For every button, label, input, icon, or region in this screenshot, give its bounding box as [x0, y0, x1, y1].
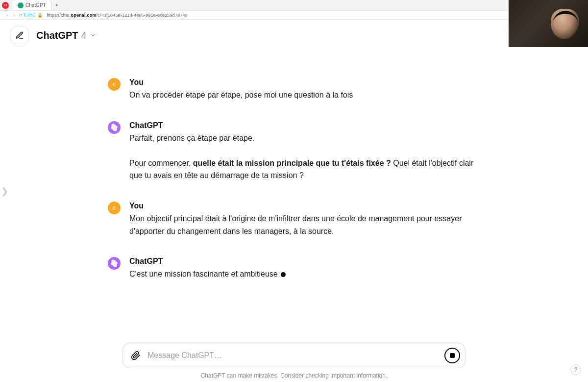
disclaimer-text: ChatGPT can make mistakes. Consider chec… [201, 372, 388, 379]
message-text: Mon objectif principal était à l'origine… [129, 212, 480, 237]
openai-icon [110, 124, 118, 131]
model-name: ChatGPT [36, 30, 78, 41]
openai-icon [110, 259, 118, 267]
chevron-down-icon [90, 30, 97, 41]
message-input[interactable] [144, 351, 444, 360]
model-selector[interactable]: ChatGPT 4 [36, 30, 97, 41]
message-user: c You Mon objectif principal était à l'o… [108, 202, 480, 237]
message-user: c You On va procéder étape par étape, po… [108, 78, 480, 102]
assistant-avatar [108, 257, 121, 270]
message-assistant: ChatGPT Parfait, prenons ça étape par ét… [108, 121, 480, 182]
typing-cursor-icon [281, 272, 286, 277]
model-version: 4 [81, 30, 87, 41]
sidebar-toggle[interactable]: ❯ [2, 185, 7, 197]
stop-button[interactable] [444, 348, 460, 363]
back-button[interactable]: ‹ [4, 13, 11, 18]
sender-label: You [129, 78, 480, 87]
app-header: ChatGPT 4 [0, 20, 588, 51]
url-text[interactable]: https://chat.openai.com/c/43f1045e-121d-… [47, 13, 188, 18]
new-tab-button[interactable]: + [51, 2, 62, 8]
user-avatar: c [108, 78, 121, 91]
opera-logo: O [2, 2, 9, 9]
message-text: Parfait, prenons ça étape par étape. Pou… [129, 132, 480, 182]
paperclip-icon [131, 351, 141, 360]
message-assistant: ChatGPT C'est une mission fascinante et … [108, 257, 480, 280]
sender-label: You [129, 202, 480, 210]
composer-area: ChatGPT can make mistakes. Consider chec… [0, 343, 588, 382]
browser-address-bar: ‹ › ⟳ VPN 🔒 https://chat.openai.com/c/43… [0, 11, 588, 20]
help-button[interactable]: ? [570, 364, 581, 375]
compose-icon [15, 31, 24, 40]
reload-button[interactable]: ⟳ [18, 13, 24, 18]
webcam-overlay [509, 0, 588, 47]
browser-tab[interactable]: ChatGPT [13, 0, 51, 10]
stop-icon [450, 353, 455, 358]
forward-button[interactable]: › [11, 13, 18, 18]
tab-favicon [18, 2, 24, 8]
lock-icon: 🔒 [37, 13, 43, 18]
composer [122, 343, 466, 368]
browser-tab-strip: O ChatGPT + [0, 0, 588, 11]
assistant-avatar [108, 121, 121, 134]
message-text: C'est une mission fascinante et ambitieu… [129, 268, 480, 280]
new-chat-button[interactable] [11, 26, 28, 44]
message-text: On va procéder étape par étape, pose moi… [129, 89, 480, 102]
sender-label: ChatGPT [129, 121, 480, 130]
attach-button[interactable] [128, 348, 144, 363]
conversation: c You On va procéder étape par étape, po… [98, 51, 490, 280]
tab-title: ChatGPT [25, 2, 46, 8]
vpn-badge[interactable]: VPN [24, 13, 35, 17]
sender-label: ChatGPT [129, 257, 480, 266]
user-avatar: c [108, 202, 121, 214]
